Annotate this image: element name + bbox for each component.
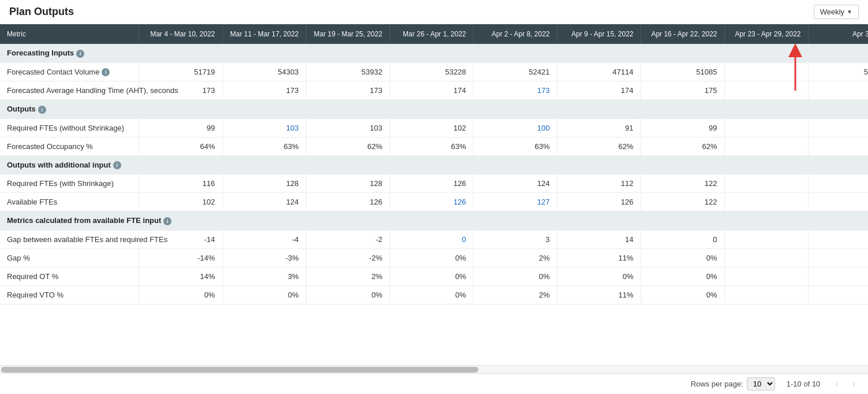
data-cell: 62% — [641, 137, 724, 155]
col-header-mar11: Mar 11 - Mar 17, 2022 — [222, 24, 306, 44]
data-cell: 51085 — [641, 62, 724, 81]
data-cell: -3% — [222, 248, 306, 267]
plan-outputs-table: MetricMar 4 - Mar 10, 2022Mar 11 - Mar 1… — [0, 24, 868, 304]
section-label: Metrics calculated from available FTE in… — [0, 211, 868, 231]
table-header-row: MetricMar 4 - Mar 10, 2022Mar 11 - Mar 1… — [0, 24, 868, 44]
data-cell: 173 — [306, 81, 390, 100]
data-cell: 174 — [390, 81, 473, 100]
data-cell: 52421 — [473, 62, 557, 81]
data-cell: 51719 — [139, 62, 222, 81]
table-wrapper[interactable]: MetricMar 4 - Mar 10, 2022Mar 11 - Mar 1… — [0, 24, 868, 365]
info-icon[interactable]: i — [38, 106, 46, 114]
section-row: Outputsi — [0, 100, 868, 119]
data-cell: 3% — [222, 267, 306, 285]
data-cell — [724, 267, 808, 285]
data-cell: 0% — [139, 285, 222, 304]
metric-label: Gap between available FTEs and required … — [0, 230, 139, 248]
data-cell: 63% — [808, 137, 868, 155]
table-row: Required FTEs (with Shrinkage)1161281281… — [0, 174, 868, 193]
data-cell: 11% — [557, 248, 641, 267]
table-row: Available FTEs102124126126127126122127 — [0, 193, 868, 211]
data-cell: 100 — [473, 118, 557, 137]
data-cell — [724, 174, 808, 193]
data-cell: 64% — [139, 137, 222, 155]
info-icon[interactable]: i — [102, 68, 110, 76]
col-header-mar4: Mar 4 - Mar 10, 2022 — [139, 24, 222, 44]
table-row: Gap between available FTEs and required … — [0, 230, 868, 248]
data-cell — [724, 285, 808, 304]
weekly-dropdown[interactable]: Weekly ▼ — [814, 5, 859, 19]
next-page-button[interactable]: › — [849, 378, 859, 391]
data-cell — [724, 193, 808, 211]
metric-label: Forecasted Contact Volumei — [0, 62, 139, 81]
table-row: Required OT %14%3%2%0%0%0%0%0% — [0, 267, 868, 285]
data-cell: 126 — [390, 174, 473, 193]
data-cell: 0% — [390, 285, 473, 304]
data-cell: 2% — [306, 267, 390, 285]
col-header-apr2: Apr 2 - Apr 8, 2022 — [473, 24, 557, 44]
data-cell: 173 — [222, 81, 306, 100]
horizontal-scrollbar[interactable] — [0, 365, 868, 373]
data-cell: 124 — [473, 174, 557, 193]
data-cell: 3 — [473, 230, 557, 248]
prev-page-button[interactable]: ‹ — [832, 378, 841, 391]
pagination-info: 1-10 of 10 — [787, 380, 821, 388]
info-icon[interactable]: i — [163, 217, 171, 225]
data-cell: 99 — [139, 118, 222, 137]
metric-label: Gap % — [0, 248, 139, 267]
section-row: Outputs with additional inputi — [0, 155, 868, 174]
data-cell — [724, 248, 808, 267]
table-row: Required VTO %0%0%0%0%2%11%0%3% — [0, 285, 868, 304]
page-title: Plan Outputs — [9, 6, 74, 18]
data-cell — [724, 230, 808, 248]
data-cell: -14% — [139, 248, 222, 267]
metric-label: Available FTEs — [0, 193, 139, 211]
data-cell: 122 — [641, 174, 724, 193]
metric-label: Required FTEs (without Shrinkage) — [0, 118, 139, 137]
data-cell: 0% — [222, 285, 306, 304]
table-row: Forecasted Occupancy %64%63%62%63%63%62%… — [0, 137, 868, 155]
section-label: Forecasting Inputsi — [0, 44, 868, 62]
scrollbar-thumb[interactable] — [1, 367, 478, 373]
data-cell: 126 — [390, 193, 473, 211]
data-cell: 0% — [641, 248, 724, 267]
data-cell: 3% — [808, 248, 868, 267]
data-cell: 0% — [557, 267, 641, 285]
metric-label: Required VTO % — [0, 285, 139, 304]
data-cell: 0% — [390, 248, 473, 267]
col-header-mar19: Mar 19 - Mar 25, 2022 — [306, 24, 390, 44]
section-row: Forecasting Inputsi — [0, 44, 868, 62]
data-cell: 53228 — [390, 62, 473, 81]
data-cell: 174 — [557, 81, 641, 100]
col-header-metric: Metric — [0, 24, 139, 44]
data-cell: 14% — [139, 267, 222, 285]
data-cell: 126 — [306, 193, 390, 211]
metric-label: Forecasted Occupancy % — [0, 137, 139, 155]
table-row: Gap %-14%-3%-2%0%2%11%0%3% — [0, 248, 868, 267]
col-header-apr9: Apr 9 - Apr 15, 2022 — [557, 24, 641, 44]
data-cell: 0% — [641, 267, 724, 285]
data-cell: 0 — [641, 230, 724, 248]
rows-per-page-select[interactable]: 10 25 50 — [747, 377, 775, 391]
data-cell: 3% — [808, 285, 868, 304]
metric-label: Required OT % — [0, 267, 139, 285]
metric-label: Required FTEs (with Shrinkage) — [0, 174, 139, 193]
data-cell: 103 — [222, 118, 306, 137]
metric-label: Forecasted Average Handling Time (AHT), … — [0, 81, 139, 100]
info-icon[interactable]: i — [76, 50, 84, 58]
data-cell: 11% — [557, 285, 641, 304]
data-cell: 128 — [222, 174, 306, 193]
data-cell: 2% — [473, 285, 557, 304]
data-cell: 176 — [808, 81, 868, 100]
info-icon[interactable]: i — [113, 161, 121, 169]
weekly-label: Weekly — [820, 8, 844, 16]
data-cell: 128 — [306, 174, 390, 193]
table-row: Forecasted Average Handling Time (AHT), … — [0, 81, 868, 100]
header-bar: Plan Outputs Weekly ▼ — [0, 0, 868, 24]
data-cell — [724, 62, 808, 81]
data-cell: 54303 — [222, 62, 306, 81]
data-cell: -4 — [222, 230, 306, 248]
col-header-mar26: Mar 26 - Apr 1, 2022 — [390, 24, 473, 44]
data-cell: -2 — [306, 230, 390, 248]
data-cell: 14 — [557, 230, 641, 248]
